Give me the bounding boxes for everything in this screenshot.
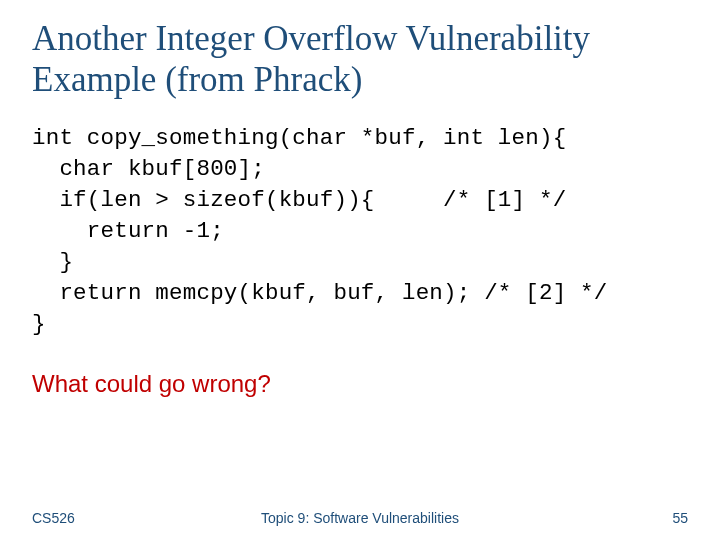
code-line: if(len > sizeof(kbuf)){ /* [1] */ bbox=[32, 187, 566, 213]
footer-topic: Topic 9: Software Vulnerabilities bbox=[0, 510, 720, 526]
code-line: return memcpy(kbuf, buf, len); /* [2] */ bbox=[32, 280, 608, 306]
code-line: return -1; bbox=[32, 218, 224, 244]
slide-title: Another Integer Overflow Vulnerability E… bbox=[32, 18, 688, 101]
code-line: char kbuf[800]; bbox=[32, 156, 265, 182]
footer: CS526 Topic 9: Software Vulnerabilities … bbox=[0, 510, 720, 526]
code-line: int copy_something(char *buf, int len){ bbox=[32, 125, 566, 151]
slide: Another Integer Overflow Vulnerability E… bbox=[0, 0, 720, 540]
code-block: int copy_something(char *buf, int len){ … bbox=[32, 123, 688, 340]
code-line: } bbox=[32, 249, 73, 275]
question-text: What could go wrong? bbox=[32, 370, 688, 398]
code-line: } bbox=[32, 311, 46, 337]
